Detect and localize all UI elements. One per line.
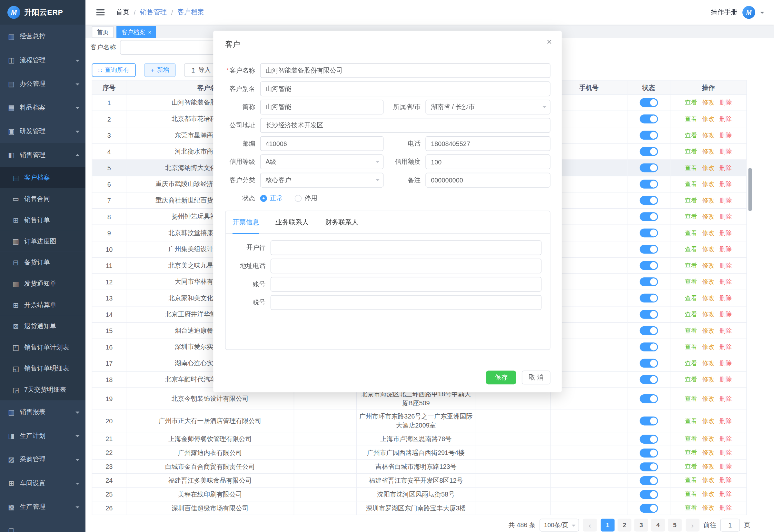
sidebar-item-customer-file[interactable]: ▤客户档案 (0, 167, 85, 188)
page-3[interactable]: 3 (634, 519, 648, 532)
view-link[interactable]: 查看 (685, 490, 697, 497)
sidebar-item-office[interactable]: ▤办公管理 (0, 72, 85, 95)
status-toggle[interactable] (640, 180, 658, 189)
view-link[interactable]: 查看 (685, 115, 697, 122)
sidebar-toggle-icon[interactable] (96, 9, 104, 15)
dialog-tab-0[interactable]: 开票信息 (233, 211, 259, 233)
view-link[interactable]: 查看 (685, 294, 697, 301)
sidebar-item-progress-chart[interactable]: ▥订单进度图 (0, 231, 85, 252)
sidebar-item-seven-day-table[interactable]: ◲7天交货明细表 (0, 379, 85, 400)
goto-page-input[interactable] (720, 519, 740, 532)
view-link[interactable]: 查看 (685, 504, 697, 511)
delete-link[interactable]: 删除 (719, 99, 732, 106)
status-toggle[interactable] (640, 114, 658, 123)
edit-link[interactable]: 修改 (702, 435, 714, 442)
edit-link[interactable]: 修改 (702, 360, 714, 366)
status-toggle[interactable] (640, 326, 658, 335)
prev-page-button[interactable]: ‹ (583, 519, 597, 532)
edit-link[interactable]: 修改 (702, 262, 714, 269)
sidebar-item-plan-table[interactable]: ◰销售订单计划表 (0, 337, 85, 358)
sidebar-item-report[interactable]: ▥销售报表 (0, 400, 85, 424)
edit-link[interactable]: 修改 (702, 229, 714, 236)
save-button[interactable]: 保存 (486, 370, 516, 384)
status-toggle[interactable] (640, 294, 658, 303)
edit-link[interactable]: 修改 (702, 490, 714, 497)
sidebar-item-purchase[interactable]: ▨采购管理 (0, 448, 85, 471)
close-icon[interactable]: × (547, 37, 552, 46)
view-link[interactable]: 查看 (685, 395, 697, 402)
short-name-input[interactable] (260, 100, 384, 114)
status-toggle[interactable] (640, 245, 658, 254)
edit-link[interactable]: 修改 (702, 449, 714, 456)
view-link[interactable]: 查看 (685, 417, 697, 424)
delete-link[interactable]: 删除 (719, 132, 732, 138)
breadcrumb-home[interactable]: 首页 (116, 8, 129, 17)
remark-input[interactable] (425, 173, 550, 188)
delete-link[interactable]: 删除 (719, 229, 732, 236)
province-city-input[interactable] (425, 100, 550, 114)
sidebar-item-return-note[interactable]: ⊠退货通知单 (0, 315, 85, 337)
view-link[interactable]: 查看 (685, 132, 697, 138)
import-button[interactable]: ↥导入 (184, 63, 217, 77)
credit-limit-input[interactable] (425, 154, 550, 169)
page-5[interactable]: 5 (668, 519, 682, 532)
status-toggle[interactable] (640, 462, 658, 471)
view-link[interactable]: 查看 (685, 376, 697, 383)
delete-link[interactable]: 删除 (719, 115, 732, 122)
user-avatar[interactable]: M (742, 6, 755, 19)
view-link[interactable]: 查看 (685, 343, 697, 350)
status-toggle[interactable] (640, 490, 658, 499)
delete-link[interactable]: 删除 (719, 278, 732, 285)
status-toggle[interactable] (640, 131, 658, 140)
delete-link[interactable]: 删除 (719, 148, 732, 154)
customer-alias-input[interactable] (260, 82, 551, 96)
status-toggle[interactable] (640, 212, 658, 221)
view-link[interactable]: 查看 (685, 360, 697, 366)
page-4[interactable]: 4 (651, 519, 665, 532)
sidebar-item-workshop[interactable]: ⊞车间设置 (0, 471, 85, 495)
postcode-input[interactable] (260, 136, 384, 151)
view-link[interactable]: 查看 (685, 213, 697, 220)
delete-link[interactable]: 删除 (719, 262, 732, 269)
scrollbar-thumb[interactable] (748, 168, 752, 211)
view-link[interactable]: 查看 (685, 164, 697, 171)
sidebar-item-rnd[interactable]: ▣研发管理 (0, 119, 85, 143)
delete-link[interactable]: 删除 (719, 490, 732, 497)
edit-link[interactable]: 修改 (702, 164, 714, 171)
status-toggle[interactable] (640, 342, 658, 351)
sidebar-item-stock-order[interactable]: ⊟备货订单 (0, 252, 85, 273)
dialog-tab-1[interactable]: 业务联系人 (275, 211, 309, 233)
edit-link[interactable]: 修改 (702, 504, 714, 511)
view-link[interactable]: 查看 (685, 180, 697, 187)
delete-link[interactable]: 删除 (719, 327, 732, 334)
delete-link[interactable]: 删除 (719, 504, 732, 511)
next-page-button[interactable]: › (686, 519, 700, 532)
status-toggle[interactable] (640, 163, 658, 172)
view-link[interactable]: 查看 (685, 463, 697, 470)
page-2[interactable]: 2 (618, 519, 631, 532)
sidebar-item-process[interactable]: ◫流程管理 (0, 48, 85, 72)
edit-link[interactable]: 修改 (702, 327, 714, 334)
view-link[interactable]: 查看 (685, 262, 697, 269)
delete-link[interactable]: 删除 (719, 294, 732, 301)
sidebar-item-extra[interactable]: ▢ (0, 519, 85, 532)
tax-no-input[interactable] (271, 295, 541, 310)
status-toggle[interactable] (640, 435, 658, 444)
status-toggle[interactable] (640, 375, 658, 384)
delete-link[interactable]: 删除 (719, 395, 732, 402)
view-link[interactable]: 查看 (685, 229, 697, 236)
edit-link[interactable]: 修改 (702, 115, 714, 122)
sidebar-item-production-plan[interactable]: ◨生产计划 (0, 424, 85, 448)
query-all-button[interactable]: ∷查询所有 (92, 63, 136, 77)
sidebar-item-invoice[interactable]: ⊞开票结算单 (0, 294, 85, 315)
status-toggle[interactable] (640, 196, 658, 205)
edit-link[interactable]: 修改 (702, 213, 714, 220)
edit-link[interactable]: 修改 (702, 376, 714, 383)
close-icon[interactable]: × (148, 29, 151, 35)
sidebar-item-overview[interactable]: ▥经营总控 (0, 25, 85, 48)
status-toggle[interactable] (640, 476, 658, 485)
sidebar-item-order[interactable]: ⊞销售订单 (0, 209, 85, 231)
bank-address-phone-input[interactable] (271, 259, 541, 273)
edit-link[interactable]: 修改 (702, 477, 714, 484)
edit-link[interactable]: 修改 (702, 197, 714, 203)
